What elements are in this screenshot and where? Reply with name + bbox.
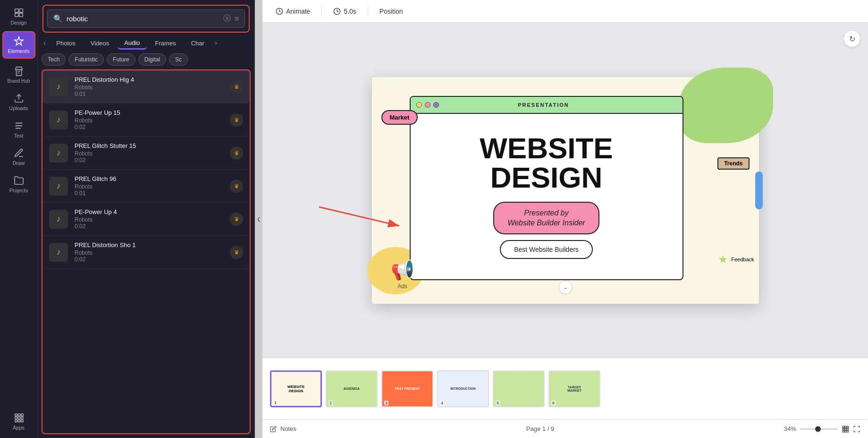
svg-rect-12 bbox=[21, 420, 23, 422]
sidebar-item-text[interactable]: Text bbox=[2, 117, 35, 142]
audio-icon-2: ♪ bbox=[49, 111, 68, 129]
sidebar-item-uploads[interactable]: Uploads bbox=[2, 89, 35, 115]
audio-icon-4: ♪ bbox=[49, 177, 68, 196]
position-button[interactable]: Position bbox=[374, 5, 409, 18]
dot-yellow bbox=[416, 102, 422, 108]
grid-view-icon[interactable] bbox=[842, 425, 849, 433]
result-premium-6: ♛ bbox=[230, 246, 243, 259]
notes-label: Notes bbox=[280, 425, 296, 432]
tab-photos[interactable]: Photos bbox=[50, 37, 82, 50]
feedback-section: ★ Feedback bbox=[718, 253, 754, 266]
main-area: Animate 5.0s Position ↻ Market Tren bbox=[262, 0, 868, 438]
result-duration-5: 0:02 bbox=[75, 223, 223, 230]
thumbnail-1[interactable]: WEBSITEDESIGN 1 bbox=[270, 370, 322, 407]
browser-content: WEBSITE DESIGN Presented byWebsite Build… bbox=[411, 114, 683, 279]
expand-thumbnails-button[interactable]: ⌄ bbox=[559, 281, 572, 294]
result-premium-5: ♛ bbox=[230, 213, 243, 226]
status-right: 34% bbox=[784, 425, 860, 433]
sidebar: Design Elements Brand Hub Uploads Text D… bbox=[0, 0, 38, 438]
trends-label: Trends bbox=[717, 157, 749, 170]
thumbnail-5[interactable]: 5 bbox=[493, 370, 545, 407]
filter-tech[interactable]: Tech bbox=[42, 53, 66, 66]
svg-rect-23 bbox=[843, 430, 844, 432]
page-info: Page 1 / 9 bbox=[526, 425, 554, 432]
filter-future[interactable]: Future bbox=[107, 53, 135, 66]
sidebar-item-elements[interactable]: Elements bbox=[2, 31, 35, 59]
svg-rect-19 bbox=[847, 426, 848, 428]
filter-chips: Tech Futuristic Future Digital Sc bbox=[38, 52, 254, 68]
presented-by-badge: Presented byWebsite Builder Insider bbox=[493, 202, 599, 235]
sidebar-item-projects[interactable]: Projects bbox=[2, 172, 35, 197]
result-duration-1: 0:01 bbox=[75, 91, 223, 97]
result-subtitle-2: Robots bbox=[75, 117, 223, 124]
tabs-prev-button[interactable]: ‹ bbox=[42, 37, 48, 49]
thumbnail-6[interactable]: TARGETMARKET 6 bbox=[548, 370, 600, 407]
svg-rect-11 bbox=[18, 420, 20, 422]
result-subtitle-4: Robots bbox=[75, 183, 223, 190]
zoom-thumb[interactable] bbox=[815, 426, 821, 432]
audio-result-3[interactable]: ♪ PREL Glitch Stutter 15 Robots 0:02 ♛ bbox=[42, 137, 250, 170]
audio-result-4[interactable]: ♪ PREL Glitch 96 Robots 0:01 ♛ bbox=[42, 170, 250, 203]
feedback-label: Feedback bbox=[731, 257, 754, 262]
tabs-next-button[interactable]: › bbox=[213, 37, 219, 49]
browser-dots bbox=[416, 102, 439, 108]
audio-result-1[interactable]: ♪ PREL Distortion Hig 4 Robots 0:01 ♛ bbox=[42, 70, 250, 103]
result-title-6: PREL Distortion Sho 1 bbox=[75, 241, 223, 249]
ads-label: Ads bbox=[397, 283, 407, 290]
thumbnail-4[interactable]: INTRODUCTION 4 bbox=[437, 370, 489, 407]
animate-button[interactable]: Animate bbox=[270, 5, 316, 18]
filter-digital[interactable]: Digital bbox=[138, 53, 166, 66]
audio-icon-3: ♪ bbox=[49, 144, 68, 163]
tab-char[interactable]: Char bbox=[185, 37, 211, 50]
sidebar-item-draw[interactable]: Draw bbox=[2, 144, 35, 170]
duration-button[interactable]: 5.0s bbox=[328, 5, 362, 18]
filter-sc[interactable]: Sc bbox=[169, 53, 188, 66]
svg-rect-25 bbox=[847, 430, 848, 432]
toolbar-sep-1 bbox=[321, 6, 322, 17]
browser-titlebar: PRESENTATION bbox=[411, 97, 683, 114]
refresh-button[interactable]: ↻ bbox=[843, 30, 860, 47]
ads-section: 📢 Ads bbox=[391, 259, 414, 290]
result-duration-4: 0:01 bbox=[75, 190, 223, 197]
megaphone-icon: 📢 bbox=[391, 259, 414, 281]
slide-container: Market Trends PRESENTATION bbox=[372, 77, 759, 304]
thumbnail-3[interactable]: PAST PRESENT 3 bbox=[381, 370, 433, 407]
filter-futuristic[interactable]: Futuristic bbox=[68, 53, 104, 66]
svg-rect-4 bbox=[15, 414, 17, 416]
browser-title: PRESENTATION bbox=[518, 102, 569, 108]
search-box[interactable]: 🔍 ⓧ ≡ bbox=[47, 9, 245, 28]
sidebar-item-apps[interactable]: Apps bbox=[2, 409, 35, 434]
filter-icon[interactable]: ≡ bbox=[235, 15, 239, 23]
elements-panel: 🔍 ⓧ ≡ ‹ Photos Videos Audio Frames Char … bbox=[38, 0, 255, 438]
result-title-4: PREL Glitch 96 bbox=[75, 175, 223, 182]
zoom-slider[interactable] bbox=[800, 428, 838, 430]
result-premium-3: ♛ bbox=[230, 146, 243, 160]
dot-purple bbox=[433, 102, 439, 108]
thumbnail-2[interactable]: AGENDA 2 bbox=[326, 370, 378, 407]
search-input[interactable] bbox=[67, 15, 219, 23]
toolbar-sep-2 bbox=[368, 6, 368, 17]
tab-audio[interactable]: Audio bbox=[118, 36, 146, 50]
tab-videos[interactable]: Videos bbox=[84, 37, 116, 50]
canvas-area[interactable]: ↻ Market Trends bbox=[262, 23, 868, 358]
sidebar-item-design[interactable]: Design bbox=[2, 4, 35, 29]
svg-rect-1 bbox=[19, 9, 22, 12]
clear-search-icon[interactable]: ⓧ bbox=[223, 14, 231, 24]
svg-rect-18 bbox=[845, 426, 846, 428]
audio-result-2[interactable]: ♪ PE-Power Up 15 Robots 0:02 ♛ bbox=[42, 103, 250, 137]
tab-frames[interactable]: Frames bbox=[149, 37, 183, 50]
audio-icon-1: ♪ bbox=[49, 77, 68, 96]
svg-rect-24 bbox=[845, 430, 846, 432]
result-title-2: PE-Power Up 15 bbox=[75, 109, 223, 116]
panel-collapse-handle[interactable]: ❮ bbox=[255, 0, 262, 438]
status-bar: Notes Page 1 / 9 34% bbox=[262, 419, 868, 438]
fullscreen-icon[interactable] bbox=[853, 425, 860, 433]
sidebar-item-brand-hub[interactable]: Brand Hub bbox=[2, 62, 35, 87]
status-left: Notes bbox=[270, 425, 296, 432]
notes-icon bbox=[270, 426, 277, 432]
audio-result-6[interactable]: ♪ PREL Distortion Sho 1 Robots 0:02 ♛ bbox=[42, 236, 250, 269]
result-duration-3: 0:02 bbox=[75, 157, 223, 163]
result-duration-2: 0:02 bbox=[75, 124, 223, 130]
audio-result-5[interactable]: ♪ PE-Power Up 4 Robots 0:02 ♛ bbox=[42, 203, 250, 236]
zoom-level: 34% bbox=[784, 425, 796, 432]
